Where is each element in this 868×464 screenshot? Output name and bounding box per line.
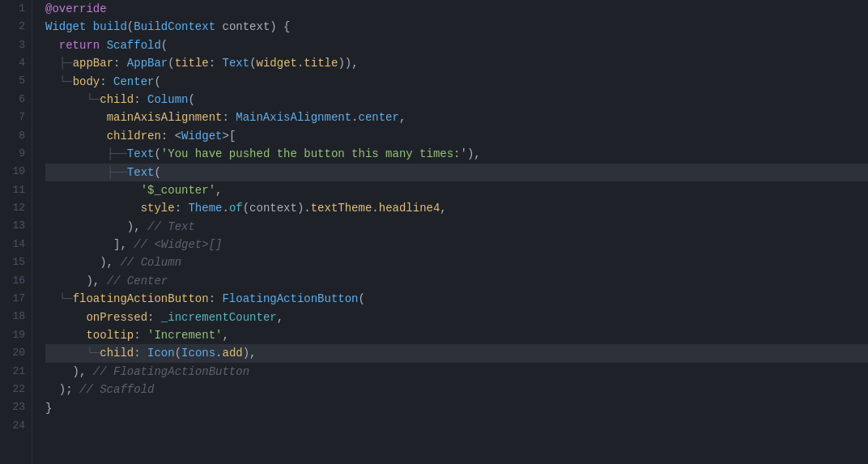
line-num-9: 9: [19, 145, 25, 163]
code-line-15: ), // Column: [45, 253, 868, 271]
line-num-4: 4: [19, 54, 25, 72]
line-num-14: 14: [12, 236, 25, 253]
code-line-13: ), // Text: [45, 218, 868, 236]
code-line-6: └─child: Column(: [45, 91, 868, 109]
code-line-9: ├──Text('You have pushed the button this…: [45, 145, 868, 163]
line-numbers: 1 2 3 4 5 6 7 8 9 10 11 12 13 14 15 16 1…: [0, 0, 32, 464]
line-num-12: 12: [12, 199, 25, 217]
code-line-21: ), // FloatingActionButton: [45, 363, 868, 381]
line-num-24: 24: [12, 417, 25, 435]
code-line-16: ), // Center: [45, 272, 868, 290]
line-num-22: 22: [12, 381, 25, 398]
line-num-21: 21: [12, 363, 25, 381]
line-num-3: 3: [19, 36, 25, 54]
line-num-11: 11: [12, 181, 25, 199]
code-line-3: return Scaffold(: [45, 36, 868, 54]
line-num-20: 20: [12, 344, 25, 362]
line-num-7: 7: [19, 109, 25, 126]
line-num-1: 1: [19, 0, 25, 18]
code-line-20: └─child: Icon(Icons.add),: [45, 344, 868, 362]
code-line-24: [45, 417, 868, 435]
line-num-16: 16: [12, 272, 25, 290]
annotation-override: @override: [45, 0, 107, 18]
code-line-12: style: Theme.of(context).textTheme.headl…: [45, 199, 868, 217]
line-num-8: 8: [19, 127, 25, 145]
code-line-14: ], // <Widget>[]: [45, 236, 868, 253]
code-line-17: └─floatingActionButton: FloatingActionBu…: [45, 290, 868, 308]
line-num-19: 19: [12, 326, 25, 344]
code-line-8: children: <Widget>[: [45, 127, 868, 145]
code-line-19: tooltip: 'Increment',: [45, 326, 868, 344]
code-line-10: ├──Text(: [45, 164, 868, 181]
line-num-6: 6: [19, 91, 25, 109]
code-line-1: @override: [45, 0, 868, 18]
line-num-23: 23: [12, 399, 25, 417]
code-line-11: '$_counter',: [45, 181, 868, 199]
line-num-13: 13: [12, 218, 25, 236]
line-num-10: 10: [12, 164, 25, 181]
code-line-22: ); // Scaffold: [45, 381, 868, 398]
code-content[interactable]: @override Widget build(BuildContext cont…: [32, 0, 868, 464]
code-line-4: ├─appBar: AppBar(title: Text(widget.titl…: [45, 54, 868, 72]
line-num-15: 15: [12, 253, 25, 271]
line-num-2: 2: [19, 18, 25, 36]
line-num-17: 17: [12, 290, 25, 308]
line-num-5: 5: [19, 73, 25, 91]
code-line-18: onPressed: _incrementCounter,: [45, 309, 868, 326]
code-line-23: }: [45, 399, 868, 417]
code-line-2: Widget build(BuildContext context) {: [45, 18, 868, 36]
code-line-5: └─body: Center(: [45, 73, 868, 91]
line-num-18: 18: [12, 309, 25, 326]
code-editor: 1 2 3 4 5 6 7 8 9 10 11 12 13 14 15 16 1…: [0, 0, 868, 464]
code-line-7: mainAxisAlignment: MainAxisAlignment.cen…: [45, 109, 868, 126]
